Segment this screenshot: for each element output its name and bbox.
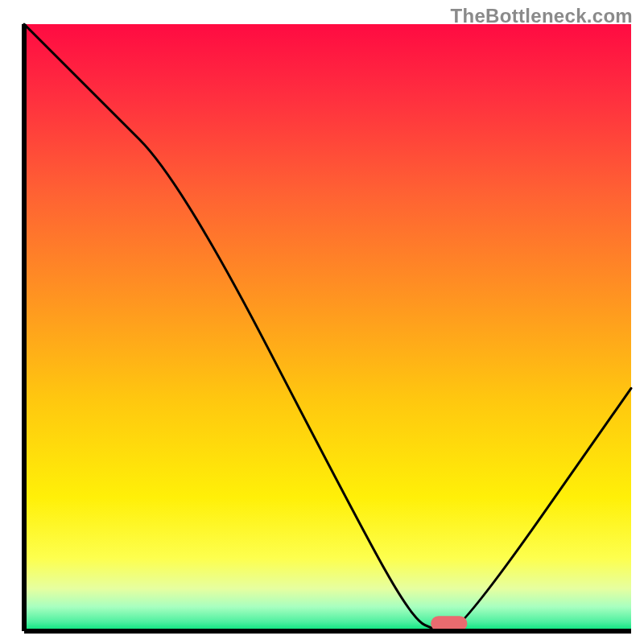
bottleneck-chart (0, 0, 644, 644)
chart-container: TheBottleneck.com (0, 0, 644, 644)
watermark-text: TheBottleneck.com (451, 5, 633, 27)
